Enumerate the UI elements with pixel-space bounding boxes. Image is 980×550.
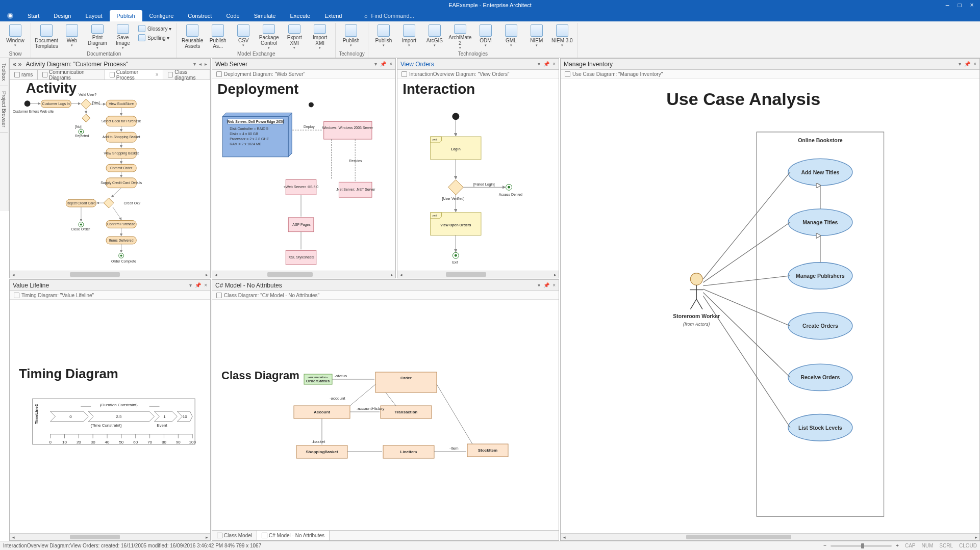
tab-rams[interactable]: rams	[10, 70, 38, 80]
dropdown-icon[interactable]: ▾	[538, 282, 540, 288]
ribbon-save-image[interactable]: Save Image▾	[111, 23, 135, 50]
svg-text:Account: Account	[314, 410, 330, 414]
hscrollbar[interactable]: ◂▸	[397, 271, 559, 278]
ribbon-package-control[interactable]: Package Control▾	[257, 23, 281, 50]
ribbon-import[interactable]: Import▾	[397, 23, 421, 50]
ribbon-document-templates[interactable]: Document Templates	[34, 23, 59, 50]
close-icon[interactable]: ×	[389, 61, 392, 67]
close-icon[interactable]: ×	[552, 282, 556, 288]
ribbon-publish-as-[interactable]: Publish As...	[206, 23, 230, 50]
find-command[interactable]: ⌕ Find Command...	[364, 10, 414, 21]
ribbon-publish[interactable]: Publish▾	[339, 23, 363, 50]
zoom-slider[interactable]	[831, 545, 892, 547]
minimize-icon[interactable]: –	[942, 2, 952, 9]
maximize-icon[interactable]: □	[954, 2, 965, 9]
svg-text:Manage Titles: Manage Titles	[802, 220, 838, 225]
pane-interaction: View Orders▾📌× InteractionOverview Diagr…	[397, 58, 559, 278]
svg-point-2	[24, 100, 31, 107]
menu-extend[interactable]: Extend	[317, 10, 349, 21]
svg-text:100: 100	[189, 440, 196, 444]
ribbon-odm[interactable]: ODM▾	[473, 23, 498, 50]
dropdown-icon[interactable]: ▾	[193, 61, 196, 67]
pin-icon[interactable]: 📌	[543, 61, 549, 67]
ribbon-niem[interactable]: NIEM▾	[524, 23, 549, 50]
ribbon-print-diagram[interactable]: Print Diagram▾	[85, 23, 110, 50]
pin-icon[interactable]: 📌	[543, 282, 549, 288]
app-icon[interactable]	[0, 10, 20, 21]
hscrollbar[interactable]: ◂▸	[212, 271, 395, 278]
ribbon-import-xmi[interactable]: Import XMI▾	[308, 23, 332, 50]
svg-text:View Open Orders: View Open Orders	[440, 223, 471, 227]
side-tab-project-browser[interactable]: Project Browser	[0, 86, 8, 133]
activity-tabs: ramsCommunication DiagramsCustomer Proce…	[10, 70, 210, 80]
side-tab-toolbox[interactable]: Toolbox	[0, 58, 8, 86]
pin-icon[interactable]: 📌	[195, 282, 201, 288]
menu-simulate[interactable]: Simulate	[247, 10, 283, 21]
svg-text:-basket: -basket	[312, 439, 325, 444]
svg-text:Close Order: Close Order	[71, 227, 90, 231]
ribbon-publish[interactable]: Publish▾	[371, 23, 396, 50]
hscrollbar[interactable]: ◂▸	[10, 271, 210, 278]
ribbon-gml[interactable]: GML▾	[499, 23, 523, 50]
svg-marker-57	[222, 113, 292, 116]
svg-text:Order: Order	[400, 376, 412, 380]
menu-configure[interactable]: Configure	[142, 10, 181, 21]
class-title: Class Diagram	[221, 369, 299, 382]
ribbon-reusable-assets[interactable]: Reusable Assets	[180, 23, 205, 50]
interaction-head: View Orders	[400, 61, 434, 68]
nav-fwd-icon[interactable]: »	[18, 61, 22, 68]
dropdown-icon[interactable]: ▾	[189, 282, 192, 288]
pin-icon[interactable]: 📌	[380, 61, 386, 67]
ribbon-icon	[556, 24, 568, 37]
menu-execute[interactable]: Execute	[283, 10, 317, 21]
ribbon-group-label: Technologies	[371, 51, 574, 58]
svg-text::ASP
Pages: :ASP Pages	[291, 223, 311, 227]
tab-close-icon[interactable]: ×	[156, 72, 159, 77]
svg-marker-6	[81, 99, 91, 109]
dropdown-icon[interactable]: ▾	[959, 61, 961, 67]
chevron-left-icon[interactable]: ◂	[199, 61, 202, 67]
ribbon-web[interactable]: Web▾	[60, 23, 84, 50]
hscrollbar[interactable]: ◂▸	[561, 533, 979, 540]
menu-construct[interactable]: Construct	[181, 10, 219, 21]
tab-customer-process[interactable]: Customer Process×	[105, 70, 163, 80]
svg-text:Processor = 2 x 2.8 GHZ: Processor = 2 x 2.8 GHZ	[230, 137, 269, 141]
svg-text:«Web Server»
:IIS 5.0: «Web Server» :IIS 5.0	[284, 185, 318, 189]
title-bar: EAExample - Enterprise Architect – □ ×	[0, 0, 980, 10]
zoom-minus-icon[interactable]: −	[823, 543, 826, 548]
ribbon-glossary[interactable]: Glossary ▾	[136, 24, 173, 33]
ribbon-icon	[378, 24, 390, 37]
svg-text:Add New Titles: Add New Titles	[801, 170, 839, 175]
ftab-class-model[interactable]: Class Model	[212, 531, 257, 540]
close-icon[interactable]: ×	[973, 61, 976, 67]
svg-text:Deploy: Deploy	[304, 125, 315, 129]
close-icon[interactable]: ×	[967, 2, 977, 9]
dropdown-icon[interactable]: ▾	[374, 61, 377, 67]
tab-communication-diagrams[interactable]: Communication Diagrams	[38, 70, 105, 80]
menu-start[interactable]: Start	[20, 10, 46, 21]
svg-point-106	[690, 273, 702, 285]
nav-back-icon[interactable]: «	[13, 61, 16, 68]
ftab-c-model-no-attributes[interactable]: C# Model - No Attributes	[257, 531, 330, 540]
ribbon-window[interactable]: Window▾	[3, 23, 28, 50]
ribbon-group-label: Technology	[339, 51, 365, 58]
menu-layout[interactable]: Layout	[78, 10, 109, 21]
close-icon[interactable]: ×	[204, 282, 207, 288]
dropdown-icon[interactable]: ▾	[538, 61, 540, 67]
ribbon-icon	[454, 24, 466, 34]
hscrollbar[interactable]: ◂▸	[10, 533, 210, 540]
menu-design[interactable]: Design	[46, 10, 78, 21]
menu-code[interactable]: Code	[219, 10, 246, 21]
chevron-right-icon[interactable]: ▸	[205, 61, 207, 67]
ribbon-niem-3-0[interactable]: NIEM 3.0▾	[550, 23, 574, 50]
svg-text:{Time Constraint}: {Time Constraint}	[91, 423, 122, 428]
menu-publish[interactable]: Publish	[110, 10, 142, 21]
close-icon[interactable]: ×	[552, 61, 556, 67]
ribbon-export-xmi[interactable]: Export XMI▾	[282, 23, 307, 50]
ribbon-csv[interactable]: CSV▾	[231, 23, 256, 50]
pin-icon[interactable]: 📌	[964, 61, 970, 67]
tab-class-diagrams[interactable]: Class diagrams	[163, 70, 210, 80]
ribbon-archimate-2[interactable]: ArchiMate 2▾	[448, 23, 472, 50]
ribbon-spelling[interactable]: Spelling ▾	[136, 33, 173, 42]
ribbon-arcgis[interactable]: ArcGIS▾	[422, 23, 447, 50]
